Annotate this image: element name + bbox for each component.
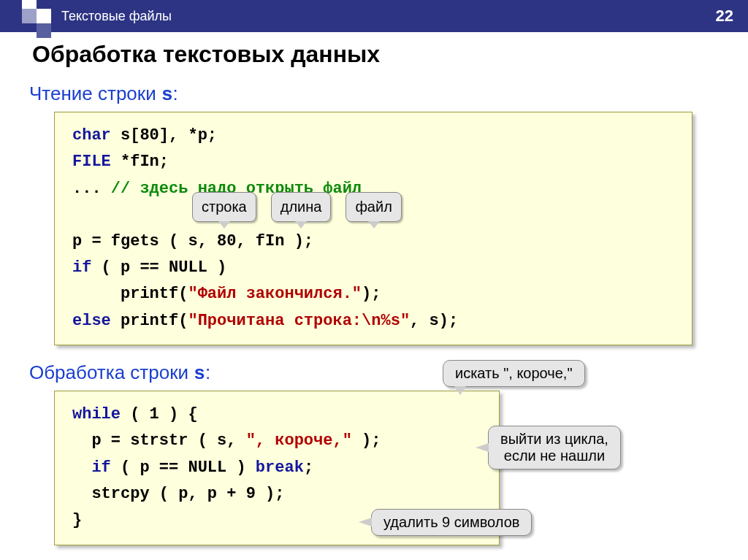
- code2-l2a: p = strstr ( s,: [72, 431, 246, 450]
- section2-prefix: Обработка строки: [29, 361, 194, 383]
- callout-exit-l1: выйти из цикла,: [500, 431, 608, 448]
- code1-l7d: , s);: [410, 312, 458, 330]
- code2-l1b: ( 1 ) {: [121, 405, 198, 423]
- label-file: файл: [346, 192, 401, 222]
- code2-l2c: );: [352, 431, 381, 450]
- kw-file: FILE: [72, 153, 111, 171]
- page-number: 22: [716, 7, 733, 26]
- code2-str: ", короче,": [246, 431, 352, 450]
- callout-exit-box: выйти из цикла, если не нашли: [488, 426, 621, 469]
- header-title: Текстовые файлы: [61, 9, 172, 24]
- kw-if2: if: [72, 459, 111, 477]
- section1-var: s: [161, 84, 173, 106]
- slide-content: Обработка текстовых данных Чтение строки…: [0, 32, 748, 545]
- callout-delete-text: удалить 9 символов: [371, 509, 532, 536]
- section1-suffix: :: [173, 83, 178, 104]
- kw-else: else: [72, 312, 111, 330]
- callout-search: искать ", короче,": [443, 360, 585, 387]
- page-title: Обработка текстовых данных: [32, 41, 719, 68]
- section2-suffix: :: [205, 361, 210, 383]
- code1-str2: "Прочитана строка:\n%s": [188, 312, 410, 330]
- code1-l5b: ( p == NULL ): [91, 258, 226, 277]
- section2-heading: Обработка строки s:: [29, 361, 719, 385]
- code1-str1: "Файл закончился.": [188, 285, 362, 303]
- kw-if: if: [72, 258, 91, 277]
- code-block-1: char s[80], *p; FILE *fIn; ... // здесь …: [54, 112, 692, 345]
- label-row: строка длина файл: [192, 192, 402, 222]
- code2-l4: strcpy ( p, p + 9 );: [72, 485, 284, 503]
- code1-l7b: printf(: [111, 312, 188, 330]
- callout-exit: выйти из цикла, если не нашли: [488, 426, 621, 469]
- section1-heading: Чтение строки s:: [29, 83, 719, 106]
- callout-exit-l2: если не нашли: [500, 448, 608, 464]
- callout-delete: удалить 9 символов: [371, 509, 532, 536]
- callout-search-text: искать ", короче,": [443, 360, 585, 387]
- kw-break: break: [256, 459, 304, 477]
- kw-while: while: [72, 405, 121, 423]
- header-decoration: [0, 0, 53, 32]
- code2-l5: }: [72, 511, 82, 529]
- code1-l2b: *fIn;: [111, 153, 169, 171]
- code1-l3a: ...: [72, 180, 111, 198]
- slide-header: Текстовые файлы 22: [0, 0, 748, 32]
- code2-l3b: ( p == NULL ): [111, 459, 256, 477]
- block2-wrap: while ( 1 ) { p = strstr ( s, ", короче,…: [29, 391, 719, 545]
- section1-prefix: Чтение строки: [29, 83, 161, 104]
- code1-l1b: s[80], *p;: [111, 126, 217, 145]
- code1-l6c: );: [362, 285, 381, 303]
- kw-char: char: [72, 126, 111, 145]
- code2-l3d: ;: [304, 459, 313, 477]
- code1-l4: p = fgets ( s, 80, fIn );: [72, 232, 313, 250]
- code1-l6a: printf(: [72, 285, 188, 303]
- section2-var: s: [194, 363, 205, 385]
- label-string: строка: [192, 192, 256, 222]
- label-length: длина: [271, 192, 332, 222]
